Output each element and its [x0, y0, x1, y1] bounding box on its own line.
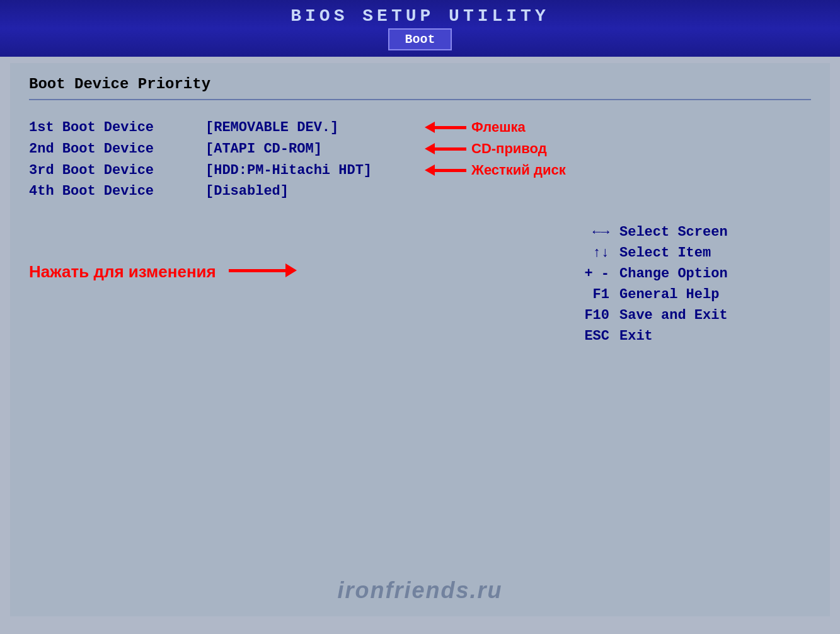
- watermark: ironfriends.ru: [337, 577, 502, 604]
- arrow-indicator: [425, 122, 466, 133]
- key-help-row: + -Change Option: [559, 266, 811, 282]
- device-ru-label: Флешка: [471, 119, 526, 135]
- divider: [29, 99, 811, 100]
- key-help-row: ESCExit: [559, 328, 811, 344]
- boot-devices-list: 1st Boot Device[REMOVABLE DEV.]Флешка2nd…: [29, 119, 811, 199]
- key-description: Exit: [619, 328, 653, 344]
- key-symbol: F1: [559, 287, 609, 303]
- key-symbol: ←→: [559, 224, 609, 240]
- arrow-indicator: [425, 164, 466, 176]
- key-description: Select Screen: [619, 224, 728, 240]
- main-content: Boot Device Priority 1st Boot Device[REM…: [10, 63, 830, 616]
- key-help-row: F10Save and Exit: [559, 308, 811, 323]
- key-description: Select Item: [619, 245, 711, 261]
- boot-device-row: 4th Boot Device[Disabled]: [29, 183, 811, 199]
- boot-tab: Boot: [388, 28, 451, 50]
- boot-device-row: 3rd Boot Device[HDD:PM-Hitachi HDT]Жестк…: [29, 162, 811, 178]
- device-ru-label: CD-привод: [471, 141, 547, 157]
- key-description: Change Option: [619, 266, 728, 282]
- section-title: Boot Device Priority: [29, 76, 811, 93]
- boot-device-row: 1st Boot Device[REMOVABLE DEV.]Флешка: [29, 119, 811, 135]
- device-label: 2nd Boot Device: [29, 141, 205, 157]
- device-value: [ATAPI CD-ROM]: [205, 141, 420, 157]
- key-description: General Help: [619, 287, 719, 303]
- boot-device-row: 2nd Boot Device[ATAPI CD-ROM]CD-привод: [29, 141, 811, 157]
- key-help-row: ↑↓Select Item: [559, 245, 811, 261]
- key-help-row: ←→Select Screen: [559, 224, 811, 240]
- key-symbol: ↑↓: [559, 245, 609, 261]
- device-ru-label: Жесткий диск: [471, 162, 566, 178]
- bottom-section: Нажать для изменения ←→Select Screen↑↓Se…: [29, 224, 811, 349]
- arrow-indicator: [425, 143, 466, 154]
- key-symbol: ESC: [559, 328, 609, 344]
- key-symbol: F10: [559, 308, 609, 323]
- device-value: [Disabled]: [205, 183, 420, 199]
- device-value: [REMOVABLE DEV.]: [205, 120, 420, 135]
- device-value: [HDD:PM-Hitachi HDT]: [205, 163, 420, 178]
- key-symbol: + -: [559, 266, 609, 282]
- key-help-panel: ←→Select Screen↑↓Select Item+ -Change Op…: [559, 224, 811, 349]
- annotation-arrow: [229, 263, 297, 277]
- device-label: 4th Boot Device: [29, 183, 205, 199]
- annotation-area: Нажать для изменения: [29, 224, 559, 349]
- top-bar: BIOS SETUP UTILITY Boot: [0, 0, 840, 57]
- bios-title: BIOS SETUP UTILITY: [291, 6, 549, 26]
- device-label: 3rd Boot Device: [29, 163, 205, 178]
- key-description: Save and Exit: [619, 308, 728, 323]
- device-label: 1st Boot Device: [29, 120, 205, 135]
- annotation-text: Нажать для изменения: [29, 262, 216, 282]
- key-help-row: F1General Help: [559, 287, 811, 303]
